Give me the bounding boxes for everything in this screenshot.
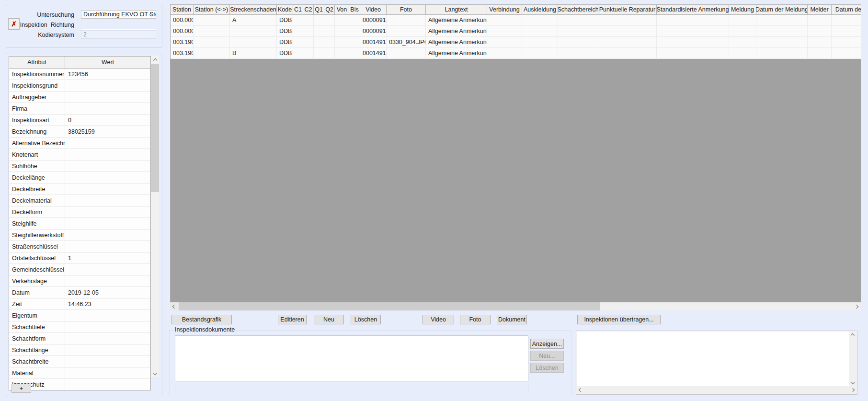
column-header-bis[interactable]: Bis bbox=[349, 5, 360, 15]
attribute-row[interactable]: Inspektionsart0 bbox=[9, 115, 150, 126]
attribute-table-vertical-scrollbar[interactable] bbox=[151, 56, 159, 377]
scroll-down-button[interactable] bbox=[151, 369, 159, 377]
attribute-value-cell[interactable] bbox=[65, 206, 150, 218]
attribute-row[interactable]: Verkehrslage bbox=[9, 275, 150, 287]
column-header-streckenschaden[interactable]: Streckenschaden bbox=[230, 5, 277, 15]
attribute-value-cell[interactable] bbox=[65, 183, 150, 195]
scroll-right-button[interactable] bbox=[852, 302, 861, 310]
column-header-standardisierte_anmerkung[interactable]: Standardisierte Anmerkung bbox=[657, 5, 729, 15]
attribute-row[interactable]: Schachtlänge bbox=[9, 344, 150, 356]
attribute-value-cell[interactable] bbox=[65, 379, 150, 390]
column-header-melder[interactable]: Melder bbox=[808, 5, 832, 15]
attribute-row[interactable]: Gemeindeschlüssel bbox=[9, 264, 150, 275]
scroll-up-button[interactable] bbox=[849, 332, 857, 339]
attribute-row[interactable]: Datum2019-12-05 bbox=[9, 287, 150, 298]
attribute-row[interactable]: Zeit14:46:23 bbox=[9, 298, 150, 310]
attribute-row[interactable]: Alternative Bezeichnung bbox=[9, 137, 150, 149]
attribute-value-cell[interactable] bbox=[65, 149, 150, 160]
attribute-value-cell[interactable]: 2019-12-05 bbox=[65, 287, 150, 298]
attribute-row[interactable]: Sohlhöhe bbox=[9, 160, 150, 172]
attribute-value-cell[interactable] bbox=[65, 229, 150, 241]
attribute-row[interactable]: Auftraggeber bbox=[9, 92, 150, 103]
attribute-value-cell[interactable]: 123456 bbox=[65, 69, 150, 80]
bestandsgrafik-button[interactable]: Bestandsgrafik bbox=[171, 315, 232, 324]
notes-horizontal-scrollbar[interactable] bbox=[577, 386, 857, 394]
wert-column-header[interactable]: Wert bbox=[65, 57, 150, 68]
attribute-row[interactable]: Eigentum bbox=[9, 310, 150, 321]
table-horizontal-scrollbar[interactable] bbox=[170, 302, 861, 310]
notes-vertical-scrollbar[interactable] bbox=[849, 332, 857, 386]
attribute-row[interactable]: Deckelbreite bbox=[9, 183, 150, 195]
column-header-kode[interactable]: Kode bbox=[277, 5, 293, 15]
attribute-row[interactable]: Deckellänge bbox=[9, 172, 150, 183]
attribute-row[interactable]: Schachtform bbox=[9, 333, 150, 344]
scroll-right-button[interactable] bbox=[849, 386, 857, 394]
attribute-value-cell[interactable] bbox=[65, 275, 150, 286]
attribute-row[interactable]: Steighilfe bbox=[9, 218, 150, 229]
column-header-verbindung[interactable]: Verbindung bbox=[487, 5, 522, 15]
attribute-value-cell[interactable] bbox=[65, 80, 150, 91]
attribute-value-cell[interactable]: 14:46:23 bbox=[65, 298, 150, 309]
scroll-left-button[interactable] bbox=[577, 386, 584, 394]
foto-button[interactable]: Foto bbox=[460, 315, 491, 324]
scrollbar-thumb[interactable] bbox=[151, 64, 159, 192]
column-header-meldung[interactable]: Meldung bbox=[729, 5, 756, 15]
attribute-value-cell[interactable] bbox=[65, 264, 150, 275]
video-button[interactable]: Video bbox=[423, 315, 454, 324]
attribute-value-cell[interactable]: 38025159 bbox=[65, 126, 150, 137]
column-header-c1[interactable]: C1 bbox=[293, 5, 303, 15]
column-header-video[interactable]: Video bbox=[360, 5, 387, 15]
column-header-von[interactable]: Von bbox=[335, 5, 349, 15]
untersuchung-select[interactable]: Durchführung EKVO OT Stec bbox=[81, 10, 156, 19]
attribute-value-cell[interactable] bbox=[65, 356, 150, 367]
attribute-row[interactable]: Firma bbox=[9, 103, 150, 115]
attribute-row[interactable]: Material bbox=[9, 367, 150, 379]
attribute-row[interactable]: Bezeichnung38025159 bbox=[9, 126, 150, 137]
table-row[interactable]: 003.190BDDB00014917Allgemeine Anmerkung bbox=[170, 48, 861, 59]
attribute-row[interactable]: Steighilfenwerkstoff bbox=[9, 229, 150, 241]
inspektionen-uebertragen-button[interactable]: Inspektionen übertragen... bbox=[577, 315, 661, 324]
column-header-datum_der_meldung[interactable]: Datum der Meldung bbox=[756, 5, 808, 15]
attribute-value-cell[interactable] bbox=[65, 241, 150, 252]
attribute-value-cell[interactable] bbox=[65, 195, 150, 206]
attribute-row[interactable]: Ortsteilschlüssel1 bbox=[9, 252, 150, 264]
anzeigen-button[interactable]: Anzeigen... bbox=[530, 339, 564, 349]
column-header-langtext[interactable]: Langtext bbox=[426, 5, 487, 15]
table-row[interactable]: 003.190DDB000149170330_904.JPGAllgemeine… bbox=[170, 37, 861, 48]
attribute-row[interactable]: Straßenschlüssel bbox=[9, 241, 150, 252]
column-header-datum_der_2[interactable]: Datum der bbox=[832, 5, 861, 15]
attribute-row[interactable]: Inspektionsnummer123456 bbox=[9, 69, 150, 80]
editieren-button[interactable]: Editieren bbox=[278, 315, 307, 324]
scroll-left-button[interactable] bbox=[170, 302, 179, 310]
dokument-button[interactable]: Dokument bbox=[497, 315, 527, 324]
scroll-down-button[interactable] bbox=[849, 378, 857, 386]
attribute-value-cell[interactable] bbox=[65, 218, 150, 229]
table-row[interactable]: 000.000ADDB00000913Allgemeine Anmerkung bbox=[170, 15, 861, 26]
attribute-value-cell[interactable] bbox=[65, 321, 150, 332]
column-header-c2[interactable]: C2 bbox=[303, 5, 314, 15]
attribute-row[interactable]: Deckelform bbox=[9, 206, 150, 218]
attribute-row[interactable]: Deckelmaterial bbox=[9, 195, 150, 206]
scroll-up-button[interactable] bbox=[151, 56, 159, 64]
attribute-value-cell[interactable] bbox=[65, 137, 150, 149]
loeschen-button[interactable]: Löschen bbox=[351, 315, 381, 324]
column-header-station_rel[interactable]: Station (<->) bbox=[194, 5, 230, 15]
attribute-value-cell[interactable] bbox=[65, 92, 150, 103]
attribute-row[interactable]: Knotenart bbox=[9, 149, 150, 160]
attribute-value-cell[interactable]: 1 bbox=[65, 252, 150, 264]
attribute-column-header[interactable]: Attribut bbox=[9, 57, 65, 68]
scrollbar-thumb[interactable] bbox=[179, 302, 600, 310]
attribute-row[interactable]: Schachttiefe bbox=[9, 321, 150, 333]
column-header-q2[interactable]: Q2 bbox=[324, 5, 335, 15]
table-row[interactable]: 000.000DDB00000913Allgemeine Anmerkung bbox=[170, 26, 861, 37]
notes-text-area[interactable] bbox=[577, 332, 849, 386]
attribute-value-cell[interactable] bbox=[65, 310, 150, 321]
column-header-q1[interactable]: Q1 bbox=[314, 5, 324, 15]
attribute-value-cell[interactable] bbox=[65, 333, 150, 344]
column-header-auskleidung[interactable]: Auskleidung bbox=[522, 5, 558, 15]
attribute-value-cell[interactable] bbox=[65, 172, 150, 183]
attribute-row[interactable]: Inspektionsgrund bbox=[9, 80, 150, 92]
neu-button[interactable]: Neu bbox=[314, 315, 344, 324]
attribute-value-cell[interactable] bbox=[65, 103, 150, 114]
column-header-foto[interactable]: Foto bbox=[387, 5, 426, 15]
